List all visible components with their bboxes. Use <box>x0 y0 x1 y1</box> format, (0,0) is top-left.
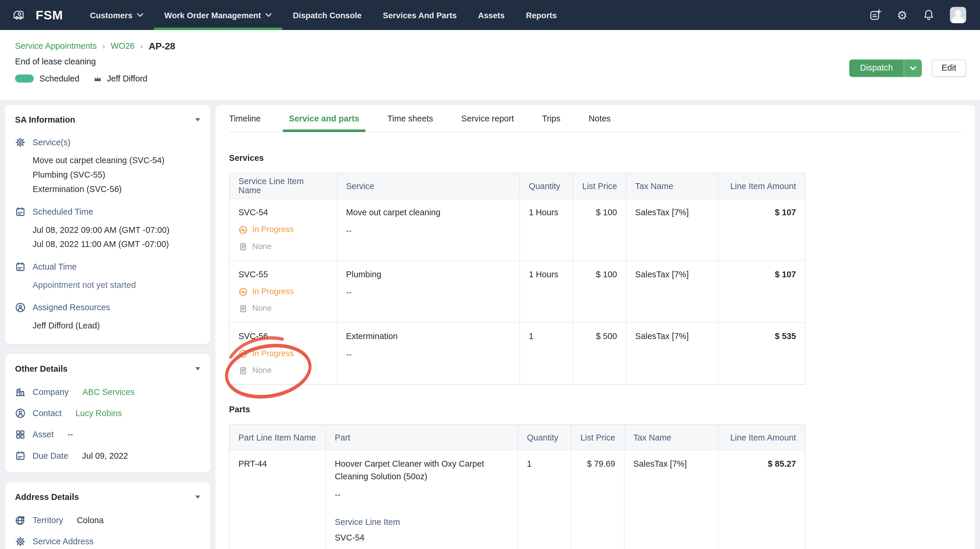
page-header: Service Appointments › WO26 › AP-28 End … <box>0 30 980 100</box>
scheduled-time-field: Scheduled Time Jul 08, 2022 09:00 AM (GM… <box>15 207 200 251</box>
asset-value: -- <box>67 430 73 439</box>
contact-icon <box>15 408 25 419</box>
chevron-down-icon <box>137 13 143 17</box>
service-description: -- <box>346 224 511 237</box>
service-value: Move out carpet cleaning (SVC-54) <box>33 153 200 168</box>
asset-field: Asset -- <box>15 429 200 440</box>
service-name: Move out carpet cleaning <box>346 207 511 219</box>
contact-label: Contact <box>33 409 62 418</box>
parts-col-quantity: Quantity <box>518 425 571 450</box>
service-line-item-amount: $ 107 <box>719 261 805 322</box>
service-row-svc-54: SVC-54 In Progress None Move out carpet … <box>230 198 805 260</box>
service-description: -- <box>346 286 511 299</box>
in-progress-icon <box>239 287 248 296</box>
service-gear-icon <box>15 137 25 148</box>
nav-item-work-order-management[interactable]: Work Order Management <box>154 0 282 30</box>
status-pill <box>15 75 34 83</box>
top-nav: FSM Customers Work Order Management Disp… <box>0 0 980 30</box>
settings-gear-icon[interactable]: ⚙ <box>897 9 907 21</box>
services-col-quantity: Quantity <box>520 173 573 198</box>
tab-bar: Timeline Service and parts Time sheets S… <box>229 105 961 132</box>
contact-field: Contact Lucy Robins <box>15 408 200 419</box>
part-quantity: 1 <box>518 450 571 549</box>
breadcrumb-wo26[interactable]: WO26 <box>111 41 134 51</box>
service-list-price: $ 100 <box>573 261 627 322</box>
breadcrumb-service-appointments[interactable]: Service Appointments <box>15 41 97 51</box>
actual-time-field: Actual Time Appointment not yet started <box>15 261 200 292</box>
service-tax-name: SalesTax [7%] <box>627 261 719 322</box>
calendar-icon <box>15 261 25 272</box>
parts-table: Part Line Item Name Part Quantity List P… <box>229 424 806 549</box>
van-logo-icon <box>13 8 30 22</box>
services-col-list-price: List Price <box>573 173 627 198</box>
services-col-service: Service <box>337 173 520 198</box>
due-date-label: Due Date <box>33 451 68 460</box>
sa-information-title: SA Information <box>15 115 75 124</box>
service-quantity: 1 Hours <box>520 199 573 261</box>
service-address-gear-icon <box>15 536 25 547</box>
calendar-icon <box>15 207 25 217</box>
nav-item-customers[interactable]: Customers <box>80 0 154 30</box>
due-date-value: Jul 09, 2022 <box>82 451 128 460</box>
nav-item-assets[interactable]: Assets <box>467 0 515 30</box>
territory-field: Territory Colona <box>15 515 200 525</box>
nav-item-reports[interactable]: Reports <box>515 0 567 30</box>
edit-button[interactable]: Edit <box>932 59 966 77</box>
service-name: Extermination <box>346 330 511 343</box>
tab-trips[interactable]: Trips <box>542 105 561 131</box>
service-line-item-name[interactable]: SVC-54 <box>239 207 328 219</box>
service-description: -- <box>346 348 511 361</box>
dispatch-button[interactable]: Dispatch <box>850 59 904 77</box>
user-avatar[interactable] <box>950 7 966 23</box>
tab-service-report[interactable]: Service report <box>461 105 514 131</box>
nav-item-services-and-parts[interactable]: Services And Parts <box>372 0 467 30</box>
collapse-caret-icon[interactable] <box>195 118 200 121</box>
fsm-logo[interactable]: FSM <box>13 8 63 22</box>
service-quantity: 1 <box>520 323 573 384</box>
parts-section-title: Parts <box>229 405 961 414</box>
compose-icon[interactable] <box>869 9 882 21</box>
tab-timeline[interactable]: Timeline <box>229 105 261 131</box>
actual-time-label: Actual Time <box>33 262 77 272</box>
service-value: Extermination (SVC-56) <box>33 182 200 196</box>
sa-information-card: SA Information Service(s) Move out carpe… <box>5 105 210 344</box>
main-panel: Timeline Service and parts Time sheets S… <box>215 105 975 549</box>
service-report-status: None <box>239 302 328 315</box>
brand-name: FSM <box>36 8 63 22</box>
tab-notes[interactable]: Notes <box>589 105 611 131</box>
actual-time-value: Appointment not yet started <box>33 278 200 292</box>
content-area: SA Information Service(s) Move out carpe… <box>0 100 980 549</box>
due-date-field: Due Date Jul 09, 2022 <box>15 450 200 461</box>
service-line-item-name[interactable]: SVC-55 <box>239 269 328 281</box>
company-link[interactable]: ABC Services <box>82 387 134 397</box>
parts-col-line-item-amount: Line Item Amount <box>719 425 805 450</box>
collapse-caret-icon[interactable] <box>195 495 200 499</box>
company-label: Company <box>33 387 69 397</box>
status-row: Scheduled Jeff Difford <box>15 74 965 83</box>
part-line-item-name[interactable]: PRT-44 <box>239 458 317 471</box>
owner-name: Jeff Difford <box>107 74 147 83</box>
tab-time-sheets[interactable]: Time sheets <box>387 105 433 131</box>
parts-col-line-item-name: Part Line Item Name <box>230 425 326 450</box>
service-line-item-name[interactable]: SVC-56 <box>239 330 328 343</box>
service-line-item-value: SVC-54 <box>335 532 509 544</box>
services-table: Service Line Item Name Service Quantity … <box>229 173 806 385</box>
collapse-caret-icon[interactable] <box>195 367 200 371</box>
service-address-field: Service Address <box>15 536 200 547</box>
part-row-prt-44: PRT-44 Hoover Carpet Cleaner with Oxy Ca… <box>230 450 805 549</box>
part-list-price: $ 79.69 <box>571 450 625 549</box>
asset-label: Asset <box>33 430 54 439</box>
in-progress-icon <box>239 225 248 234</box>
service-status: In Progress <box>239 285 328 298</box>
territory-value: Colona <box>77 516 103 525</box>
bell-icon[interactable] <box>922 9 935 21</box>
nav-item-dispatch-console[interactable]: Dispatch Console <box>282 0 372 30</box>
other-details-card: Other Details Company ABC Services Conta… <box>5 354 210 472</box>
contact-link[interactable]: Lucy Robins <box>75 409 122 418</box>
tab-service-and-parts[interactable]: Service and parts <box>289 105 359 131</box>
scheduled-time-label: Scheduled Time <box>33 207 93 216</box>
service-tax-name: SalesTax [7%] <box>627 199 719 261</box>
dispatch-dropdown-button[interactable] <box>904 59 922 77</box>
parts-col-tax-name: Tax Name <box>624 425 718 450</box>
nav-right-icons: ⚙ <box>869 7 971 23</box>
